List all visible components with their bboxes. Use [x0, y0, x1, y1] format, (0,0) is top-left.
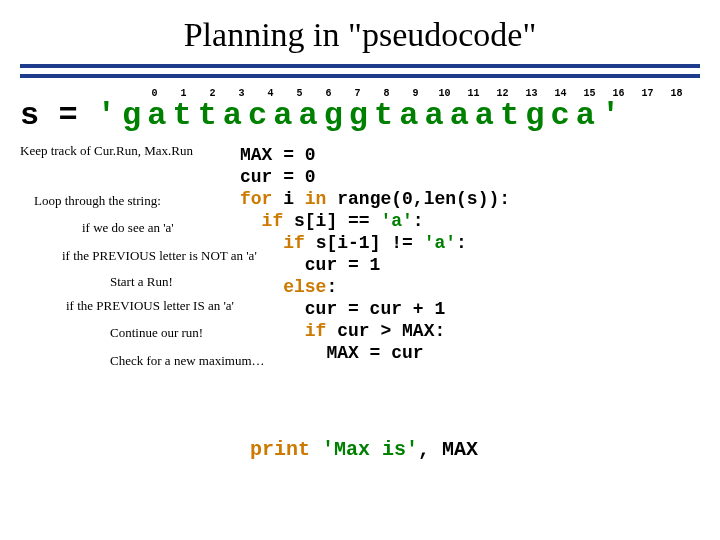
- kw-in: in: [305, 189, 327, 209]
- body-area: Keep track of Cur.Run, Max.Run Loop thro…: [20, 144, 700, 474]
- code-text: cur > MAX:: [326, 321, 445, 341]
- kw-if: if: [305, 321, 327, 341]
- s-equals: s =: [20, 97, 97, 134]
- code-text: [310, 438, 322, 461]
- pseudocode-block: MAX = 0 cur = 0 for i in range(0,len(s))…: [240, 144, 510, 364]
- code-line: MAX = 0: [240, 145, 316, 165]
- code-text: :: [456, 233, 467, 253]
- string-assignment: s = 'gattacaaggtaaaatgca': [20, 97, 700, 134]
- code-text: [240, 211, 262, 231]
- kw-else: else: [283, 277, 326, 297]
- kw-if: if: [283, 233, 305, 253]
- code-line: MAX = cur: [240, 343, 424, 363]
- str-a: 'a': [380, 211, 412, 231]
- kw-if: if: [262, 211, 284, 231]
- slide: Planning in "pseudocode" 012345678910111…: [0, 0, 720, 474]
- code-text: :: [413, 211, 424, 231]
- index-cell: 18: [662, 88, 691, 99]
- code-text: s[i] ==: [283, 211, 380, 231]
- str-max-is: 'Max is': [322, 438, 418, 461]
- str-a: 'a': [424, 233, 456, 253]
- code-text: :: [326, 277, 337, 297]
- title-rule: [20, 64, 700, 74]
- code-line: cur = 0: [240, 167, 316, 187]
- code-text: i: [272, 189, 304, 209]
- index-cell: 17: [633, 88, 662, 99]
- kw-for: for: [240, 189, 272, 209]
- code-line: cur = cur + 1: [240, 299, 445, 319]
- code-text: [240, 277, 283, 297]
- code-text: [240, 233, 283, 253]
- slide-title: Planning in "pseudocode": [20, 16, 700, 54]
- string-literal: 'gattacaaggtaaaatgca': [97, 97, 626, 134]
- code-text: range(0,len(s)):: [326, 189, 510, 209]
- code-text: s[i-1] !=: [305, 233, 424, 253]
- code-text: [240, 321, 305, 341]
- code-line: cur = 1: [240, 255, 380, 275]
- code-text: , MAX: [418, 438, 478, 461]
- kw-print: print: [250, 438, 310, 461]
- print-statement: print 'Max is', MAX: [250, 438, 478, 461]
